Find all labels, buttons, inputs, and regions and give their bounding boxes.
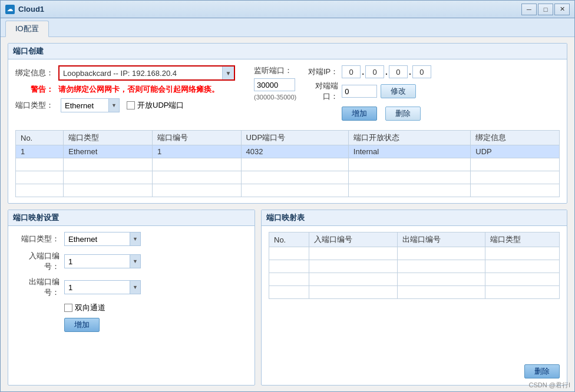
cell-bind: UDP (471, 145, 560, 158)
bidirect-checkbox-row: 双向通道 (64, 303, 105, 313)
watermark: CSDN @君行I (529, 381, 570, 390)
bind-dropdown-arrow[interactable]: ▼ (222, 67, 234, 79)
map-table-row[interactable] (269, 260, 560, 273)
mapping-type-value: Ethernet (65, 235, 130, 244)
cell-no: 1 (16, 145, 64, 158)
ip-box-0[interactable] (342, 65, 361, 78)
peer-port-label: 对端端口： (306, 81, 338, 102)
map-col-out: 出端口编号 (397, 232, 485, 247)
mapping-add-button[interactable]: 增加 (64, 318, 100, 332)
port-type-row: 端口类型： Ethernet ▼ 开放UDP端口 (15, 98, 235, 112)
ip-box-3[interactable] (412, 65, 431, 78)
main-content: 端口创建 绑定信息： Loopbackcard -- IP: 192.168.2… (1, 37, 574, 391)
listen-hint: (30000-35000) (254, 94, 296, 101)
mapping-del-button[interactable]: 删除 (524, 364, 560, 378)
warn-text: 请勿绑定公网网卡，否则可能会引起网络瘫痪。 (58, 84, 219, 95)
bidirect-checkbox[interactable] (64, 304, 72, 312)
udp-checkbox[interactable] (127, 101, 135, 109)
table-row[interactable]: 1 Ethernet 1 4032 Internal UDP (16, 145, 560, 158)
map-table-row[interactable] (269, 286, 560, 299)
top-form-left: 绑定信息： Loopbackcard -- IP: 192.168.20.4 ▼… (15, 65, 235, 112)
mapping-outport-dropdown[interactable]: 1 ▼ (64, 280, 141, 294)
modify-button[interactable]: 修改 (381, 84, 416, 98)
bottom-row: 端口映射设置 端口类型： Ethernet ▼ 入端口编号： (8, 210, 567, 386)
mapping-del-row: 删除 (269, 361, 560, 378)
col-bind: 绑定信息 (471, 131, 560, 145)
bind-row: 绑定信息： Loopbackcard -- IP: 192.168.20.4 ▼ (15, 65, 235, 81)
mapping-inport-dropdown[interactable]: 1 ▼ (64, 254, 141, 268)
ip-dot-0: . (362, 67, 364, 77)
bidirect-row: 双向通道 (15, 303, 247, 313)
port-create-body: 绑定信息： Loopbackcard -- IP: 192.168.20.4 ▼… (8, 59, 567, 203)
maximize-button[interactable]: □ (538, 4, 553, 15)
map-table-row[interactable] (269, 273, 560, 286)
titlebar-left: ☁ Cloud1 (5, 5, 44, 14)
col-port-no: 端口编号 (152, 131, 241, 145)
main-window: ☁ Cloud1 ─ □ ✕ IO配置 端口创建 (0, 0, 575, 392)
mapping-table-header: No. 入端口编号 出端口编号 端口类型 (269, 232, 560, 247)
table-row[interactable] (16, 158, 560, 171)
col-status: 端口开放状态 (348, 131, 470, 145)
cell-port-no: 1 (152, 145, 241, 158)
col-udp: UDP端口号 (241, 131, 348, 145)
tab-io-config[interactable]: IO配置 (5, 21, 49, 37)
cell-type: Ethernet (64, 145, 153, 158)
mapping-inport-value: 1 (65, 257, 130, 266)
ip-dot-2: . (409, 67, 411, 77)
port-mapping-settings-panel: 端口映射设置 端口类型： Ethernet ▼ 入端口编号： (8, 210, 255, 386)
bind-dropdown[interactable]: Loopbackcard -- IP: 192.168.20.4 ▼ (58, 65, 235, 81)
map-col-in: 入端口编号 (309, 232, 397, 247)
mapping-outport-arrow[interactable]: ▼ (130, 281, 140, 294)
table-row[interactable] (16, 184, 560, 197)
minimize-button[interactable]: ─ (521, 4, 537, 15)
close-button[interactable]: ✕ (554, 4, 570, 15)
mapping-type-arrow[interactable]: ▼ (130, 232, 140, 245)
port-type-arrow[interactable]: ▼ (108, 99, 119, 112)
warn-row: 警告： 请勿绑定公网网卡，否则可能会引起网络瘫痪。 (15, 84, 235, 95)
mapping-inport-arrow[interactable]: ▼ (130, 255, 140, 268)
mapping-type-row: 端口类型： Ethernet ▼ (15, 232, 247, 246)
top-form-right: 监听端口： (30000-35000) 对端IP： . (254, 65, 431, 121)
port-mapping-table-panel: 端口映射表 No. 入端口编号 出端口编号 端口类型 (261, 210, 567, 386)
mapping-add-row: 增加 (15, 318, 247, 332)
mapping-outport-value: 1 (65, 283, 130, 292)
cell-udp: 4032 (241, 145, 348, 158)
mapping-table-title: 端口映射表 (262, 210, 567, 226)
peer-ip-row: 对端IP： . . . (306, 65, 431, 78)
udp-checkbox-row: 开放UDP端口 (127, 100, 184, 111)
bidirect-label: 双向通道 (75, 303, 105, 313)
listen-label: 监听端口： (254, 65, 292, 76)
cell-status: Internal (348, 145, 470, 158)
table-row[interactable] (16, 171, 560, 184)
mapping-form: 端口类型： Ethernet ▼ 入端口编号： 1 ▼ (15, 232, 247, 332)
mapping-outport-label: 出端口编号： (15, 277, 60, 298)
ip-box-1[interactable] (365, 65, 384, 78)
tabs-bar: IO配置 (1, 18, 574, 37)
bind-value: Loopbackcard -- IP: 192.168.20.4 (60, 69, 222, 78)
listen-input[interactable] (254, 78, 295, 91)
port-type-label: 端口类型： (15, 100, 54, 111)
bind-label: 绑定信息： (15, 68, 54, 78)
udp-label: 开放UDP端口 (137, 100, 184, 111)
peer-col: 对端IP： . . . (306, 65, 431, 121)
mapping-type-dropdown[interactable]: Ethernet ▼ (64, 232, 141, 246)
peer-port-row: 对端端口： 修改 (306, 81, 431, 102)
warn-label: 警告： (15, 84, 54, 95)
listen-col: 监听端口： (30000-35000) (254, 65, 296, 121)
port-create-panel: 端口创建 绑定信息： Loopbackcard -- IP: 192.168.2… (8, 43, 567, 204)
mapping-table: No. 入端口编号 出端口编号 端口类型 (269, 232, 560, 299)
map-col-type: 端口类型 (485, 232, 560, 247)
add-port-button[interactable]: 增加 (342, 107, 377, 121)
map-table-row[interactable] (269, 247, 560, 260)
peer-port-input[interactable] (342, 85, 377, 98)
del-port-button[interactable]: 删除 (385, 107, 421, 121)
ip-dot-1: . (385, 67, 388, 77)
map-col-no: No. (269, 232, 309, 247)
port-type-dropdown[interactable]: Ethernet ▼ (61, 98, 120, 112)
mapping-outport-row: 出端口编号： 1 ▼ (15, 277, 247, 298)
window-title: Cloud1 (18, 5, 44, 14)
port-table-header: No. 端口类型 端口编号 UDP端口号 端口开放状态 绑定信息 (16, 131, 560, 145)
app-icon: ☁ (5, 5, 15, 14)
ip-box-2[interactable] (389, 65, 408, 78)
col-type: 端口类型 (64, 131, 153, 145)
